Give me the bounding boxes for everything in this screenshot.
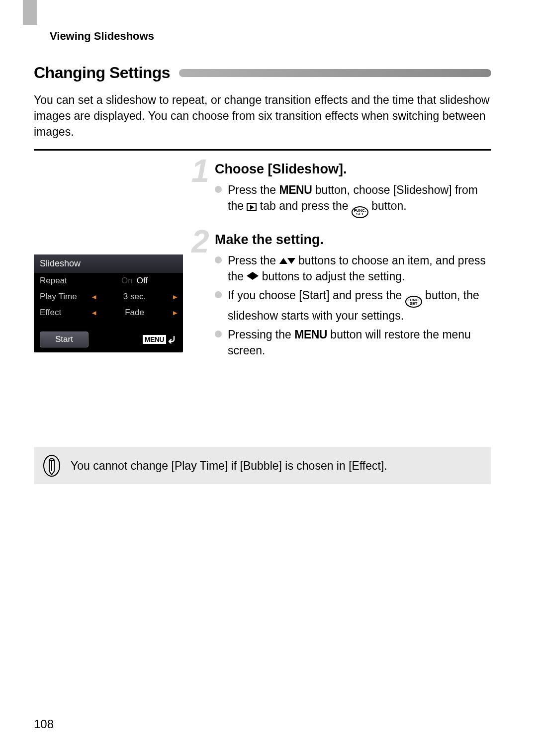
up-down-buttons-icon (279, 254, 295, 267)
step-number: 2 (191, 223, 209, 260)
note-box: You cannot change [Play Time] if [Bubble… (34, 447, 491, 484)
camera-row-label: Play Time (40, 292, 92, 302)
breadcrumb: Viewing Slideshows (50, 30, 154, 43)
camera-row-effect: Effect ◀ Fade ▶ (34, 305, 183, 321)
return-arrow-icon (167, 336, 177, 343)
camera-menu-title: Slideshow (34, 254, 183, 273)
steps: 1Choose [Slideshow].Press the MENU butto… (194, 162, 492, 373)
camera-menu-back: MENU (143, 335, 177, 344)
bullet-item: Press the MENU button, choose [Slideshow… (215, 182, 492, 218)
func-set-button-icon: FUNC.SET (352, 206, 368, 218)
repeat-option-off: Off (137, 276, 148, 286)
effect-value: Fade (125, 308, 144, 318)
bullet-item: Pressing the MENU button will restore th… (215, 327, 492, 358)
section-heading: Changing Settings (34, 64, 170, 82)
right-arrow-icon: ▶ (173, 310, 177, 316)
step: 2Make the setting.Press the buttons to c… (194, 232, 492, 359)
camera-row-label: Repeat (40, 276, 92, 286)
menu-button-label: MENU (279, 183, 312, 196)
pencil-note-icon (43, 454, 61, 477)
right-arrow-icon: ▶ (173, 294, 177, 300)
step-bullets: Press the buttons to choose an item, and… (215, 252, 492, 359)
heading-decoration-bar (179, 69, 491, 77)
page-number: 108 (34, 717, 54, 731)
horizontal-rule (34, 149, 491, 151)
page-edge-tab (23, 0, 37, 25)
camera-row-repeat: Repeat On Off (34, 273, 183, 289)
step: 1Choose [Slideshow].Press the MENU butto… (194, 162, 492, 218)
func-set-button-icon: FUNC.SET (405, 296, 422, 308)
playtime-value: 3 sec. (123, 292, 146, 302)
menu-label: MENU (143, 335, 166, 344)
camera-row-label: Effect (40, 308, 92, 318)
section-heading-wrap: Changing Settings (34, 64, 491, 82)
intro-paragraph: You can set a slideshow to repeat, or ch… (34, 92, 491, 140)
bullet-item: If you choose [Start] and press the FUNC… (215, 287, 492, 324)
camera-start-button: Start (40, 332, 89, 347)
camera-screen: Slideshow Repeat On Off Play Time ◀ 3 se… (34, 254, 183, 352)
note-text: You cannot change [Play Time] if [Bubble… (71, 459, 387, 473)
step-number: 1 (191, 153, 209, 189)
playback-tab-icon (247, 203, 257, 211)
step-title: Make the setting. (215, 232, 492, 248)
step-title: Choose [Slideshow]. (215, 162, 492, 177)
left-right-buttons-icon (247, 270, 259, 283)
step-bullets: Press the MENU button, choose [Slideshow… (215, 182, 492, 218)
bullet-item: Press the buttons to choose an item, and… (215, 252, 492, 284)
camera-row-playtime: Play Time ◀ 3 sec. ▶ (34, 289, 183, 305)
left-arrow-icon: ◀ (92, 294, 96, 300)
left-arrow-icon: ◀ (92, 310, 96, 316)
repeat-option-on: On (121, 276, 133, 286)
menu-button-label: MENU (294, 328, 327, 341)
